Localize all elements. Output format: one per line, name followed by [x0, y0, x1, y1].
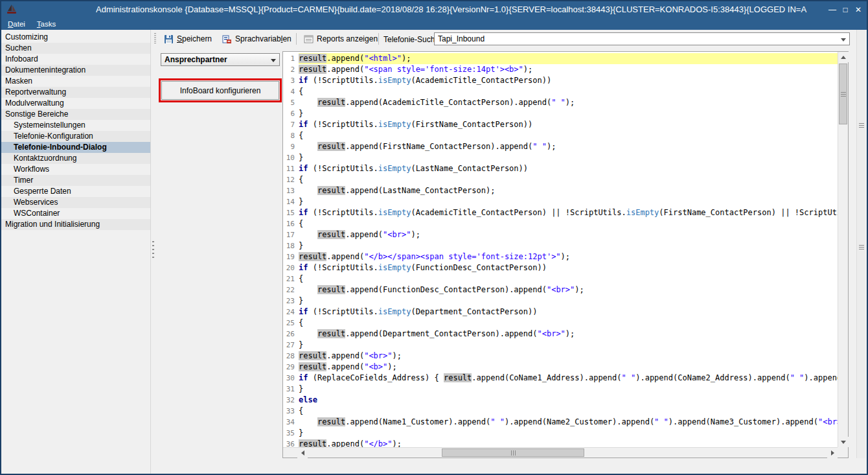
sidebar-item-telefonie-inbound-dialog[interactable]: Telefonie-Inbound-Dialog [1, 142, 150, 153]
infoboard-configure-button[interactable]: InfoBoard konfigurieren [161, 81, 279, 100]
code-line[interactable]: 29result.append("<b>"); [283, 362, 838, 373]
window-controls: — □ ✕ [826, 1, 865, 18]
code-line[interactable]: 36result.append("</b>"); [283, 439, 838, 447]
app-logo-icon [6, 4, 17, 16]
sidebar-item-modulverwaltung[interactable]: Modulverwaltung [1, 98, 150, 109]
show-reports-button[interactable]: Reports anzeigen [301, 32, 381, 46]
sidebar-item-masken[interactable]: Masken [1, 76, 150, 87]
code-line[interactable]: 13 result.append(LastName_ContactPerson)… [283, 185, 838, 196]
code-line[interactable]: 6} [283, 108, 838, 119]
scroll-up-button[interactable] [838, 52, 849, 62]
sidebar-item-webservices[interactable]: Webservices [1, 197, 150, 208]
sidebar-item-infoboard[interactable]: Infoboard [1, 54, 150, 65]
code-line[interactable]: 22 result.append(FunctionDesc_ContactPer… [283, 284, 838, 295]
code-text: result.append(FirstName_ContactPerson).a… [299, 141, 838, 152]
telefonie-suche-value: Tapi_Inbound [438, 34, 485, 43]
code-text: if (!ScriptUtils.isEmpty(LastName_Contac… [299, 163, 838, 174]
title-bar[interactable]: Administrationskonsole {Database=MSSQL}{… [1, 1, 867, 18]
sidebar-splitter-grip-icon[interactable] [152, 241, 154, 259]
save-button[interactable]: Speichern [161, 32, 215, 46]
code-line[interactable]: 24if (!ScriptUtils.isEmpty(Department_Co… [283, 307, 838, 318]
code-text: result.append("<b>"); [299, 362, 838, 373]
vertical-scrollbar-thumb[interactable] [839, 64, 847, 124]
code-line[interactable]: 21{ [283, 273, 838, 284]
code-line[interactable]: 17 result.append("<br>"); [283, 229, 838, 240]
code-text: { [299, 218, 838, 229]
code-line[interactable]: 26 result.append(Department_ContactPerso… [283, 329, 838, 340]
code-text: { [299, 273, 838, 284]
sidebar-item-timer[interactable]: Timer [1, 175, 150, 186]
line-number: 11 [283, 163, 299, 174]
sidebar-item-customizing[interactable]: Customizing [1, 32, 150, 43]
horizontal-scrollbar-thumb[interactable] [442, 448, 584, 457]
code-line[interactable]: 28result.append("<br>"); [283, 351, 838, 362]
telefonie-suche-combobox[interactable]: Tapi_Inbound [434, 32, 850, 45]
maximize-button[interactable]: □ [839, 3, 852, 16]
code-line[interactable]: 10} [283, 152, 838, 163]
code-text: if (!ScriptUtils.isEmpty(FirstName_Conta… [299, 119, 838, 130]
code-line[interactable]: 35} [283, 428, 838, 439]
telefonie-suche-label: Telefonie-Suche [383, 35, 439, 44]
code-line[interactable]: 14} [283, 196, 838, 207]
language-variables-icon [222, 34, 232, 44]
code-text: if (!ScriptUtils.isEmpty(Department_Cont… [299, 307, 838, 318]
chevron-down-icon[interactable] [841, 38, 846, 41]
sidebar-item-telefonie-konfiguration[interactable]: Telefonie-Konfiguration [1, 131, 150, 142]
minimize-button[interactable]: — [826, 3, 839, 16]
code-line[interactable]: 2result.append("<span style='font-size:1… [283, 64, 838, 75]
code-line[interactable]: 34 result.append(Name1_Customer).append(… [283, 417, 838, 428]
code-line[interactable]: 9 result.append(FirstName_ContactPerson)… [283, 141, 838, 152]
code-line[interactable]: 12{ [283, 174, 838, 185]
code-line[interactable]: 15if (!ScriptUtils.isEmpty(AcademicTitle… [283, 207, 838, 218]
code-line[interactable]: 23} [283, 295, 838, 307]
code-line[interactable]: 19result.append("</b></span><span style=… [283, 251, 838, 262]
scroll-right-button[interactable] [827, 448, 838, 458]
chevron-down-icon[interactable] [271, 59, 276, 62]
code-line[interactable]: 20if (!ScriptUtils.isEmpty(FunctionDesc_… [283, 262, 838, 273]
code-line[interactable]: 8{ [283, 130, 838, 141]
code-line[interactable]: 4{ [283, 86, 838, 97]
code-text: result.append(LastName_ContactPerson); [299, 185, 838, 196]
language-variables-button[interactable]: Sprachvariablen [219, 32, 295, 46]
panel-grip-icon[interactable] [859, 123, 864, 128]
code-text: result.append(Name1_Customer).append(" "… [299, 417, 838, 428]
sidebar-item-dokumentenintegration[interactable]: Dokumentenintegration [1, 65, 150, 76]
sidebar-item-wscontainer[interactable]: WSContainer [1, 208, 150, 219]
code-line[interactable]: 33{ [283, 406, 838, 417]
code-line[interactable]: 7if (!ScriptUtils.isEmpty(FirstName_Cont… [283, 119, 838, 130]
sidebar-item-reportverwaltung[interactable]: Reportverwaltung [1, 87, 150, 98]
sidebar-item-gesperrte-daten[interactable]: Gesperrte Daten [1, 186, 150, 197]
code-text: } [299, 108, 838, 119]
sidebar-item-workflows[interactable]: Workflows [1, 164, 150, 175]
code-line[interactable]: 25{ [283, 318, 838, 329]
code-line[interactable]: 11if (!ScriptUtils.isEmpty(LastName_Cont… [283, 163, 838, 174]
code-line[interactable]: 5 result.append(AcademicTitle_ContactPer… [283, 97, 838, 108]
code-line[interactable]: 16{ [283, 218, 838, 229]
sidebar-item-migration-und-initialisierung[interactable]: Migration und Initialisierung [1, 219, 150, 230]
close-button[interactable]: ✕ [852, 3, 865, 16]
code-line[interactable]: 31} [283, 384, 838, 395]
menu-tasks[interactable]: Tasks [37, 20, 56, 28]
scroll-down-button[interactable] [838, 437, 849, 447]
menu-datei[interactable]: Datei [8, 20, 25, 28]
sidebar-item-kontaktzuordnung[interactable]: Kontaktzuordnung [1, 153, 150, 164]
right-panel-strip [856, 30, 865, 458]
sidebar-item-sonstige-bereiche[interactable]: Sonstige Bereiche [1, 109, 150, 120]
code-line[interactable]: 18} [283, 240, 838, 251]
code-line[interactable]: 30if (ReplaceCoFields_Address) { result.… [283, 373, 838, 384]
code-line[interactable]: 3if (!ScriptUtils.isEmpty(AcademicTitle_… [283, 75, 838, 86]
vertical-scrollbar[interactable] [838, 52, 848, 447]
code-line[interactable]: 27} [283, 340, 838, 351]
code-area[interactable]: 1result.append("<html>");2result.append(… [283, 52, 838, 447]
sidebar-item-suchen[interactable]: Suchen [1, 43, 150, 54]
line-number: 2 [283, 64, 299, 75]
code-line[interactable]: 32else [283, 395, 838, 406]
scroll-left-button[interactable] [297, 448, 308, 458]
ansprechpartner-value: Ansprechpartner [165, 55, 227, 64]
sidebar-item-systemeinstellungen[interactable]: Systemeinstellungen [1, 120, 150, 131]
code-line[interactable]: 1result.append("<html>"); [283, 53, 838, 64]
toolbar-drag-handle-icon[interactable] [154, 33, 156, 44]
panel-grip-icon[interactable] [859, 245, 864, 250]
horizontal-scrollbar[interactable] [283, 447, 838, 458]
ansprechpartner-dropdown[interactable]: Ansprechpartner [161, 53, 280, 66]
